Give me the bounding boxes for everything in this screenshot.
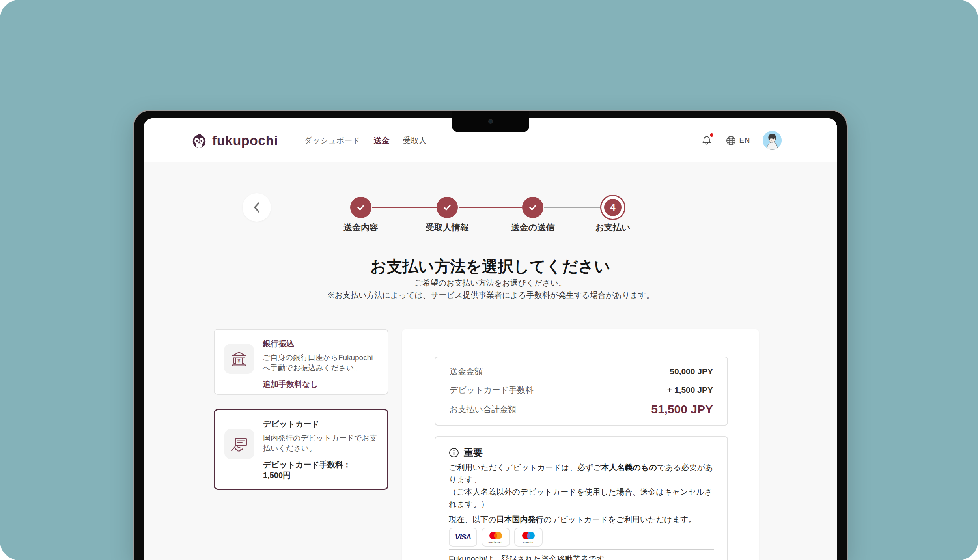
summary-value: + 1,500 JPY <box>667 385 713 395</box>
step-1-label: 送金内容 <box>321 222 400 233</box>
debit-fee-line2: 1,500円 <box>263 470 377 481</box>
step-1-done <box>350 197 371 218</box>
step-4-label: お支払い <box>573 222 652 233</box>
summary-value: 50,000 JPY <box>670 367 713 376</box>
laptop-notch <box>452 111 529 132</box>
brand-logo[interactable]: fukupochi <box>191 132 278 149</box>
p2-bold: 日本国内発行 <box>496 515 543 524</box>
bank-option-title: 銀行振込 <box>263 338 373 349</box>
debit-option-title: デビットカード <box>263 419 377 429</box>
important-paragraph-1: ご利用いただくデビットカードは、必ずご本人名義のものである必要があります。（ご本… <box>449 461 717 510</box>
notification-badge <box>710 133 713 137</box>
maestro-label: maestro. <box>523 541 534 544</box>
maestro-logo: maestro. <box>514 528 543 547</box>
step-3-label: 送金の送信 <box>493 222 572 233</box>
header-actions: EN <box>702 131 782 150</box>
p1-line2: （ご本人名義以外のデビットカードを使用した場合、送金はキャンセルされます。） <box>449 487 712 508</box>
step-4-number: 4 <box>604 199 622 216</box>
debit-desc-line1: 国内発行のデビットカードでお支 <box>263 433 377 443</box>
step-2-label: 受取人情報 <box>408 222 487 233</box>
page-content: 4 送金内容 受取人情報 送金の送信 お支払い お支払い方法を選択してください … <box>144 162 837 560</box>
chevron-left-icon <box>252 202 261 213</box>
page-subtitle: ご希望のお支払い方法をお選びください。 ※お支払い方法によっては、サービス提供事… <box>144 277 837 301</box>
summary-label: 送金金額 <box>450 366 483 377</box>
summary-row-total: お支払い合計金額 51,500 JPY <box>450 403 713 416</box>
language-code: EN <box>739 136 750 145</box>
page-title: お支払い方法を選択してください <box>144 256 837 277</box>
debit-option-body: デビットカード 国内発行のデビットカードでお支 払いください。 デビットカード手… <box>263 418 377 481</box>
important-paragraph-2: 現在、以下の日本国内発行のデビットカードをご利用いただけます。 <box>449 513 717 526</box>
debit-option-fee: デビットカード手数料： 1,500円 <box>263 459 377 481</box>
step-connector-3 <box>544 207 600 208</box>
step-3-done <box>522 197 543 218</box>
bank-option-fee: 追加手数料なし <box>263 379 373 390</box>
main-nav: ダッシュボード 送金 受取人 <box>303 133 427 148</box>
nav-item-recipients[interactable]: 受取人 <box>402 133 427 148</box>
step-connector-2 <box>459 207 522 208</box>
p2-post: のデビットカードをご利用いただけます。 <box>543 515 696 524</box>
summary-label: デビットカード手数料 <box>450 385 534 396</box>
brand-name: fukupochi <box>212 133 278 148</box>
check-icon <box>442 202 452 213</box>
penguin-logo-icon <box>191 132 207 149</box>
p1-bold: 本人名義のもの <box>601 463 657 472</box>
debit-fee-line1: デビットカード手数料： <box>263 459 377 470</box>
payment-option-debit-card[interactable]: デビットカード 国内発行のデビットカードでお支 払いください。 デビットカード手… <box>214 409 388 490</box>
nav-item-transfer[interactable]: 送金 <box>373 133 390 148</box>
mastercard-logo: mastercard. <box>482 528 510 547</box>
important-title: 重要 <box>464 446 483 459</box>
bank-option-body: 銀行振込 ご自身の銀行口座からFukupochi へ手動でお振込みください。 追… <box>263 338 373 386</box>
bell-icon <box>702 135 712 146</box>
svg-text:¥: ¥ <box>237 358 241 364</box>
mastercard-label: mastercard. <box>489 541 503 544</box>
summary-total-value: 51,500 JPY <box>651 403 713 416</box>
important-header: 重要 <box>449 446 483 459</box>
summary-row-fee: デビットカード手数料 + 1,500 JPY <box>450 385 713 396</box>
debit-desc-line2: 払いください。 <box>263 443 377 454</box>
card-in-hand-icon <box>230 435 249 453</box>
bank-icon: ¥ <box>230 350 248 368</box>
page-subtitle-line1: ご希望のお支払い方法をお選びください。 <box>144 277 837 289</box>
back-button[interactable] <box>243 193 271 222</box>
laptop-frame: fukupochi ダッシュボード 送金 受取人 <box>133 110 848 560</box>
visa-wordmark: VISA <box>455 533 471 541</box>
notifications-button[interactable] <box>702 135 712 146</box>
info-icon <box>449 448 459 458</box>
payment-option-bank-transfer[interactable]: ¥ 銀行振込 ご自身の銀行口座からFukupochi へ手動でお振込みください。… <box>214 329 388 395</box>
visa-logo: VISA <box>449 528 477 547</box>
check-icon <box>528 202 538 213</box>
laptop-camera <box>488 119 493 124</box>
bank-desc-line1: ご自身の銀行口座からFukupochi <box>263 353 373 363</box>
divider <box>449 549 714 550</box>
important-notice: 重要 ご利用いただくデビットカードは、必ずご本人名義のものである必要があります。… <box>435 436 728 560</box>
debit-option-description: 国内発行のデビットカードでお支 払いください。 <box>263 433 377 454</box>
p1-pre: ご利用いただくデビットカードは、必ずご <box>449 463 601 472</box>
page-subtitle-line2: ※お支払い方法によっては、サービス提供事業者による手数料が発生する場合があります… <box>144 289 837 301</box>
p2-pre: 現在、以下の <box>449 515 496 524</box>
summary-label: お支払い合計金額 <box>450 404 516 415</box>
accepted-card-brands: VISA mastercard. <box>449 528 543 547</box>
check-icon <box>356 202 366 213</box>
page-background: fukupochi ダッシュボード 送金 受取人 <box>0 0 978 560</box>
summary-row-amount: 送金金額 50,000 JPY <box>450 366 713 377</box>
bank-desc-line2: へ手動でお振込みください。 <box>263 363 373 373</box>
globe-icon <box>726 136 736 146</box>
bank-icon-tile: ¥ <box>224 344 254 374</box>
license-footnote: Fukupochiは、登録された資金移動業者です。 <box>449 554 612 560</box>
laptop-screen: fukupochi ダッシュボード 送金 受取人 <box>144 118 837 560</box>
user-avatar[interactable] <box>763 131 782 150</box>
language-switcher[interactable]: EN <box>726 136 750 146</box>
bank-option-description: ご自身の銀行口座からFukupochi へ手動でお振込みください。 <box>263 353 373 373</box>
amount-summary: 送金金額 50,000 JPY デビットカード手数料 + 1,500 JPY お… <box>435 357 728 426</box>
step-4-current: 4 <box>600 195 625 220</box>
step-2-done <box>437 197 458 218</box>
payment-detail-panel: 送金金額 50,000 JPY デビットカード手数料 + 1,500 JPY お… <box>402 329 759 560</box>
nav-item-dashboard[interactable]: ダッシュボード <box>303 133 361 148</box>
debit-icon-tile <box>224 429 254 459</box>
step-connector-1 <box>372 207 437 208</box>
